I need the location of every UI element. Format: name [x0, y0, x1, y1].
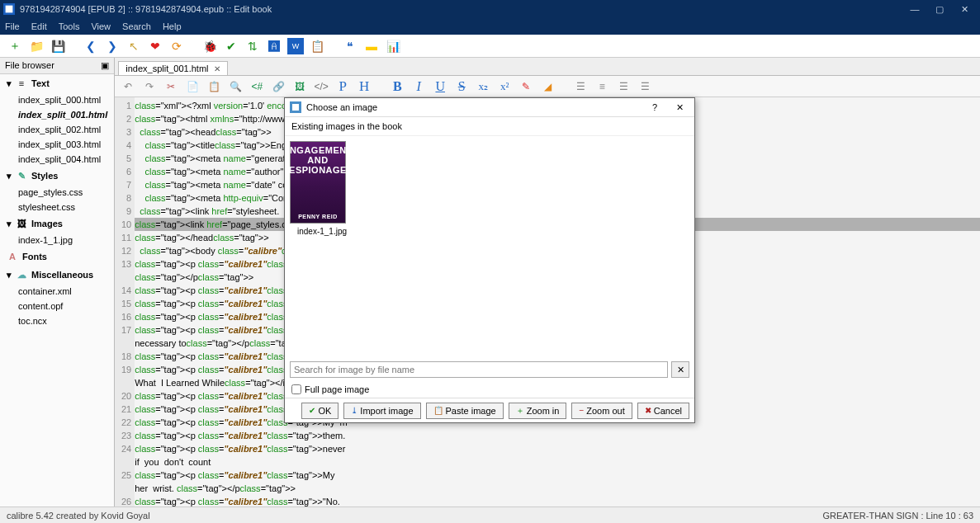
images-section[interactable]: ▾🖼Images	[0, 214, 114, 233]
strike-icon[interactable]: S	[453, 78, 470, 95]
word-icon[interactable]: W	[287, 38, 304, 54]
dialog-search-input[interactable]	[290, 361, 668, 378]
titlebar: 9781942874904 [EPUB 2] :: 9781942874904.…	[0, 0, 980, 18]
check-icon[interactable]: ✔	[223, 38, 239, 54]
font-icon: A	[7, 251, 18, 262]
underline-icon[interactable]: U	[432, 78, 448, 95]
cloud-icon: ☁	[16, 269, 27, 280]
cancel-button[interactable]: ✖Cancel	[637, 403, 689, 419]
choose-image-dialog: Choose an image ? ✕ Existing images in t…	[284, 97, 695, 423]
menu-search[interactable]: Search	[122, 21, 151, 31]
italic-icon[interactable]: I	[410, 78, 427, 95]
shuffle-icon[interactable]: ⇅	[244, 38, 261, 54]
file-item[interactable]: index_split_000.html	[0, 92, 114, 107]
font-manage-icon[interactable]: 🅰	[266, 38, 282, 54]
heart-icon[interactable]: ❤	[147, 38, 163, 54]
full-page-check[interactable]: Full page image	[285, 381, 694, 398]
dialog-titlebar: Choose an image ? ✕	[285, 98, 694, 117]
eraser-icon[interactable]: ◢	[539, 78, 556, 95]
dialog-icon	[290, 101, 301, 113]
file-item[interactable]: stylesheet.css	[0, 200, 114, 214]
dialog-buttons: ✔OK ⤓Import image 📋Paste image ＋Zoom in …	[285, 398, 694, 422]
file-item[interactable]: toc.ncx	[0, 313, 114, 328]
paste-icon[interactable]: 📋	[206, 78, 222, 95]
dialog-body[interactable]: ENGAGEMENTAND ESPIONAGE PENNY REID index…	[285, 136, 694, 358]
file-item-selected[interactable]: index_split_001.html	[0, 107, 114, 122]
heading-icon[interactable]: H	[356, 78, 372, 95]
paste-button[interactable]: 📋Paste image	[426, 403, 504, 419]
menu-tools[interactable]: Tools	[59, 21, 80, 31]
quote-icon[interactable]: ❝	[342, 38, 358, 54]
filebrowser-popout-icon[interactable]: ▣	[101, 60, 109, 71]
align-center-icon[interactable]: ≡	[594, 78, 610, 95]
redo-icon[interactable]: ↷	[141, 78, 158, 95]
ok-button[interactable]: ✔OK	[301, 403, 339, 419]
cut-icon[interactable]: ✂	[163, 78, 179, 95]
status-left: calibre 5.42 created by Kovid Goyal	[7, 511, 150, 521]
full-page-checkbox[interactable]	[291, 384, 301, 394]
tabbar: index_split_001.html ✕	[115, 58, 980, 76]
refresh-icon[interactable]: ⟳	[168, 38, 185, 54]
dialog-help-icon[interactable]: ?	[645, 102, 665, 112]
para-icon[interactable]: P	[334, 78, 351, 95]
menu-help[interactable]: Help	[163, 21, 182, 31]
maximize-button[interactable]: ▢	[927, 0, 952, 18]
链接-icon[interactable]: 🔗	[270, 78, 286, 95]
color-icon[interactable]: ✎	[518, 78, 534, 95]
styles-section[interactable]: ▾✎Styles	[0, 167, 114, 185]
zoomin-button[interactable]: ＋Zoom in	[509, 403, 567, 419]
window-title: 9781942874904 [EPUB 2] :: 9781942874904.…	[20, 4, 272, 14]
image-insert-icon[interactable]: 🖼	[291, 78, 308, 95]
dialog-search-clear-icon[interactable]: ✕	[671, 361, 689, 378]
menu-view[interactable]: View	[91, 21, 111, 31]
menu-file[interactable]: File	[5, 21, 20, 31]
align-justify-icon[interactable]: ☰	[637, 78, 653, 95]
nav-back-icon[interactable]: ❮	[83, 38, 99, 54]
align-left-icon[interactable]: ☰	[572, 78, 589, 95]
misc-section[interactable]: ▾☁Miscellaneous	[0, 266, 114, 284]
text-icon: ≡	[16, 78, 27, 89]
subscript-icon[interactable]: x₂	[475, 78, 491, 95]
file-item[interactable]: index_split_002.html	[0, 122, 114, 137]
chevron-down-icon: ▾	[7, 78, 12, 89]
tab[interactable]: index_split_001.html ✕	[118, 61, 227, 75]
bold-icon[interactable]: B	[389, 78, 405, 95]
file-item[interactable]: index-1_1.jpg	[0, 233, 114, 247]
superscript-icon[interactable]: x²	[496, 78, 513, 95]
align-right-icon[interactable]: ☰	[615, 78, 632, 95]
tag-icon[interactable]: </>	[313, 78, 329, 95]
brush-icon: ✎	[16, 170, 27, 181]
zoomout-button[interactable]: −Zoom out	[571, 403, 632, 419]
file-item[interactable]: content.opf	[0, 299, 114, 313]
menu-edit[interactable]: Edit	[31, 21, 47, 31]
highlight-icon[interactable]: ▬	[363, 38, 380, 54]
find-icon[interactable]: 🔍	[227, 78, 244, 95]
close-window-button[interactable]: ✕	[952, 0, 977, 18]
editor-toolbar: ↶ ↷ ✂ 📄 📋 🔍 <# 🔗 🖼 </> P H B I U S x₂ x²…	[115, 76, 980, 97]
minimize-button[interactable]: —	[902, 0, 927, 18]
close-tab-icon[interactable]: ✕	[214, 64, 220, 73]
dialog-search-row: ✕	[285, 358, 694, 381]
file-item[interactable]: index_split_003.html	[0, 137, 114, 152]
comment-icon[interactable]: <#	[249, 78, 265, 95]
import-button[interactable]: ⤓Import image	[343, 403, 420, 419]
fonts-section[interactable]: AFonts	[0, 247, 114, 266]
nav-fwd-icon[interactable]: ❯	[104, 38, 121, 54]
file-item[interactable]: index_split_004.html	[0, 152, 114, 167]
bug-icon[interactable]: 🐞	[201, 38, 218, 54]
image-thumb-wrap[interactable]: ENGAGEMENTAND ESPIONAGE PENNY REID index…	[290, 141, 354, 236]
file-item[interactable]: page_styles.css	[0, 185, 114, 200]
file-item[interactable]: container.xml	[0, 284, 114, 299]
copy-icon[interactable]: 📄	[184, 78, 201, 95]
open-icon[interactable]: 📁	[28, 38, 45, 54]
dialog-close-icon[interactable]: ✕	[670, 102, 689, 113]
toc-icon[interactable]: 📋	[309, 38, 325, 54]
cursor-icon[interactable]: ↖	[125, 38, 142, 54]
menubar: File Edit Tools View Search Help	[0, 18, 980, 35]
undo-icon[interactable]: ↶	[120, 78, 136, 95]
dialog-title: Choose an image	[306, 102, 377, 112]
text-section[interactable]: ▾≡Text	[0, 74, 114, 92]
new-file-icon[interactable]: ＋	[7, 38, 23, 54]
save-icon[interactable]: 💾	[50, 38, 66, 54]
reports-icon[interactable]: 📊	[385, 38, 401, 54]
